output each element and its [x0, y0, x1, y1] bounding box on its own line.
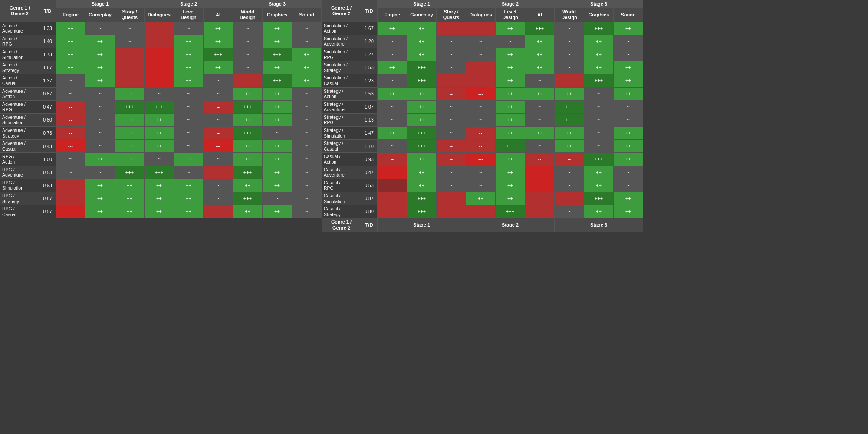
stage3-cell: +++	[584, 153, 614, 166]
stage1-cell: ++	[378, 127, 407, 140]
stage2-cell: ++	[496, 100, 525, 113]
stage3-cell: ++	[263, 100, 292, 113]
stage1-cell: --	[56, 192, 85, 205]
genre-cell: Casual /Action	[322, 153, 361, 166]
stage2-cell: ~	[174, 127, 204, 140]
stage2-cell: ~	[525, 140, 555, 153]
right-dialogues-header: Dialogues	[466, 8, 496, 22]
stage3-cell: ~	[292, 127, 322, 140]
left-ai-header: AI	[204, 8, 233, 22]
stage3-cell: ~	[292, 166, 322, 179]
stage2-cell: --	[525, 205, 555, 218]
stage1-cell: ~	[378, 74, 407, 87]
stage1-cell: --	[378, 192, 407, 205]
stage2-cell: ++	[466, 192, 496, 205]
stage3-cell: ++	[614, 61, 643, 74]
stage3-cell: ++	[233, 205, 263, 218]
stage1-cell: +++	[115, 100, 145, 113]
table-row: Simulation /RPG1.27~++~~++++~++~	[322, 48, 643, 61]
stage1-cell: ++	[85, 35, 115, 48]
stage1-cell: ~	[378, 48, 407, 61]
left-sound-header: Sound	[292, 8, 322, 22]
stage2-cell: ---	[525, 179, 555, 192]
stage3-cell: ~	[555, 166, 584, 179]
stage1-cell: --	[437, 205, 466, 218]
stage3-cell: ++	[584, 179, 614, 192]
stage1-cell: ++	[407, 100, 437, 113]
table-row: RPG /Adventure0.53~~++++++~--+++++~	[0, 166, 322, 179]
stage1-cell: ++	[407, 48, 437, 61]
stage1-cell: --	[437, 140, 466, 153]
right-stage1-header: Stage 1	[378, 0, 466, 8]
stage1-cell: ++	[85, 205, 115, 218]
stage2-cell: ~	[466, 100, 496, 113]
stage3-cell: ~	[292, 153, 322, 166]
genre-cell: Action /Strategy	[0, 61, 39, 74]
left-section: Genre 1 /Genre 2 T/D Stage 1 Stage 2 Sta…	[0, 0, 322, 232]
table-row: Simulation /Adventure1.20~++~~~++~++~	[322, 35, 643, 48]
stage3-cell: ~	[233, 35, 263, 48]
stage3-cell: ~	[614, 113, 643, 126]
stage1-cell: ~	[378, 100, 407, 113]
td-value: 0.57	[39, 205, 56, 218]
genre-cell: Strategy /Casual	[322, 140, 361, 153]
table-row: Strategy /Simulation1.47+++++~--++++++~+…	[322, 127, 643, 140]
stage3-cell: ++	[614, 153, 643, 166]
left-stage2-header: Stage 2	[145, 0, 233, 8]
stage1-cell: ++	[115, 140, 145, 153]
right-worlddesign-header: WorldDesign	[555, 8, 584, 22]
stage3-cell: +++	[584, 192, 614, 205]
left-story-header: Story /Quests	[115, 8, 145, 22]
stage2-cell: --	[525, 192, 555, 205]
td-value: 0.43	[39, 140, 56, 153]
stage2-cell: ++	[496, 192, 525, 205]
genre-cell: Adventure /Action	[0, 87, 39, 100]
stage2-cell: ~	[204, 87, 233, 100]
table-row: Simulation /Casual1.23~+++----++~--+++++	[322, 74, 643, 87]
stage3-cell: ++	[614, 140, 643, 153]
stage3-cell: ~	[292, 87, 322, 100]
stage3-cell: ++	[263, 153, 292, 166]
left-table: Genre 1 /Genre 2 T/D Stage 1 Stage 2 Sta…	[0, 0, 322, 218]
table-row: Casual /RPG0.53---++~~++---~++~	[322, 179, 643, 192]
stage1-cell: ~	[85, 100, 115, 113]
genre-cell: Simulation /Adventure	[322, 35, 361, 48]
stage3-cell: ++	[263, 205, 292, 218]
stage3-cell: ++	[614, 192, 643, 205]
stage2-cell: +++	[496, 205, 525, 218]
genre-cell: Action /Simulation	[0, 48, 39, 61]
stage1-cell: --	[56, 127, 85, 140]
stage1-cell: ~	[437, 179, 466, 192]
stage1-cell: +++	[407, 192, 437, 205]
stage3-cell: ++	[584, 61, 614, 74]
stage1-cell: ++	[407, 22, 437, 35]
right-engine-header: Engine	[378, 8, 407, 22]
stage2-cell: ---	[466, 153, 496, 166]
genre-cell: Action /Adventure	[0, 22, 39, 35]
genre-cell: Simulation /Casual	[322, 74, 361, 87]
stage1-cell: ~	[85, 127, 115, 140]
stage3-cell: +++	[555, 100, 584, 113]
stage2-cell: ~	[174, 100, 204, 113]
stage2-cell: --	[466, 61, 496, 74]
table-row: Strategy /Action1.53++++-----++++++~++	[322, 87, 643, 100]
table-row: Adventure /Simulation0.80--~++++~~++++~	[0, 113, 322, 126]
table-row: Simulation /Strategy1.53+++++~--++++~+++…	[322, 61, 643, 74]
stage1-cell: ++	[85, 61, 115, 74]
stage3-cell: ~	[555, 48, 584, 61]
stage1-cell: ---	[56, 205, 85, 218]
stage3-cell: ++	[555, 140, 584, 153]
stage1-cell: ++	[407, 153, 437, 166]
stage2-cell: ---	[466, 87, 496, 100]
stage3-cell: ~	[292, 140, 322, 153]
stage2-cell: ~	[174, 113, 204, 126]
stage1-cell: ++	[407, 166, 437, 179]
right-graphics-header: Graphics	[584, 8, 614, 22]
stage1-cell: ++	[115, 87, 145, 100]
table-row: RPG /Casual0.57---++++++++--++++~	[0, 205, 322, 218]
genre-cell: Adventure /Strategy	[0, 127, 39, 140]
stage3-cell: --	[555, 153, 584, 166]
stage1-cell: +++	[407, 127, 437, 140]
stage1-cell: ---	[378, 166, 407, 179]
stage3-cell: ~	[614, 35, 643, 48]
